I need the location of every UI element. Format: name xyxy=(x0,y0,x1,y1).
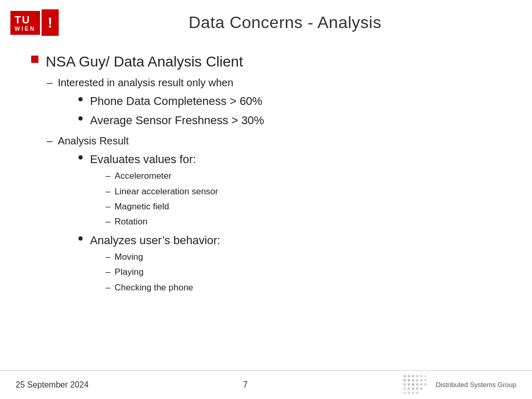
dot-item-2-1-content: Evaluates values for: – Accelerometer – … xyxy=(90,151,218,230)
subdash-list-1: – Accelerometer – Linear acceleration se… xyxy=(105,169,218,229)
dot-item-1-2-text: Average Sensor Freshness > 30% xyxy=(90,112,264,129)
subdash-marker-1-3: – xyxy=(105,200,110,214)
footer-page-number: 7 xyxy=(89,380,402,390)
svg-point-26 xyxy=(416,391,418,394)
subdash-list-2: – Moving – Playing – Checking the phone xyxy=(105,250,220,295)
subdash-marker-1-1: – xyxy=(105,169,110,183)
svg-point-11 xyxy=(424,379,427,381)
footer-logo: Distributed Systems Group xyxy=(402,374,516,397)
footer-date: 25 September 2024 xyxy=(16,380,89,390)
logo: TU WIEN ! xyxy=(10,9,59,36)
svg-point-23 xyxy=(403,391,406,394)
dot-item-2-1: Evaluates values for: – Accelerometer – … xyxy=(78,151,220,230)
svg-point-9 xyxy=(416,379,418,381)
subdash-marker-1-4: – xyxy=(105,215,110,229)
subdash-item-1-3: – Magnetic field xyxy=(105,200,218,214)
subdash-marker-2-1: – xyxy=(105,250,110,264)
dsg-logo-icon xyxy=(402,374,431,397)
footer-logo-text: Distributed Systems Group xyxy=(436,380,516,390)
bullet-l1-marker xyxy=(31,56,38,63)
subdash-marker-2-3: – xyxy=(105,281,110,295)
svg-point-1 xyxy=(407,375,410,377)
svg-point-22 xyxy=(420,387,422,390)
svg-point-19 xyxy=(407,387,410,390)
dot-item-2-2: Analyzes user’s behavior: – Moving – Pla… xyxy=(78,232,220,296)
dash-item-1-content: Interested in analysis result only when … xyxy=(58,75,264,131)
footer: 25 September 2024 7 xyxy=(0,370,532,399)
dot-list-1: Phone Data Completeness > 60% Average Se… xyxy=(78,92,264,129)
dash-item-2-text: Analysis Result xyxy=(58,135,129,147)
dot-marker-1-2 xyxy=(78,116,83,121)
svg-point-8 xyxy=(411,379,414,381)
svg-point-12 xyxy=(403,383,406,385)
main-bullet-text: NSA Guy/ Data Analysis Client xyxy=(46,51,243,72)
dot-item-2-2-text: Analyzes user’s behavior: xyxy=(90,234,220,247)
svg-point-15 xyxy=(416,383,418,385)
subdash-item-2-3-text: Checking the phone xyxy=(115,281,193,295)
header: TU WIEN ! Data Concerns - Analysis xyxy=(0,0,532,41)
svg-point-7 xyxy=(407,379,410,381)
dash-item-1-text: Interested in analysis result only when xyxy=(58,77,233,88)
svg-point-2 xyxy=(411,375,414,377)
subdash-item-1-2-text: Linear acceleration sensor xyxy=(115,184,218,198)
exclaim-logo: ! xyxy=(42,9,59,36)
dash-item-2-content: Analysis Result Evaluates values for: – … xyxy=(58,133,220,297)
subdash-item-2-2-text: Playing xyxy=(115,265,144,279)
svg-point-3 xyxy=(416,375,418,377)
dash-marker-1: – xyxy=(47,75,52,90)
dot-list-2: Evaluates values for: – Accelerometer – … xyxy=(78,151,220,295)
svg-point-14 xyxy=(411,383,414,385)
svg-point-0 xyxy=(403,375,406,377)
tu-logo-top: TU xyxy=(15,14,36,25)
dash-item-1: – Interested in analysis result only whe… xyxy=(47,75,501,131)
svg-point-10 xyxy=(420,379,422,381)
page-title: Data Concerns - Analysis xyxy=(59,13,511,32)
svg-point-21 xyxy=(416,387,418,390)
subdash-item-2-3: – Checking the phone xyxy=(105,281,220,295)
svg-point-13 xyxy=(407,383,410,385)
svg-point-24 xyxy=(407,391,410,394)
subdash-item-2-2: – Playing xyxy=(105,265,220,279)
svg-point-16 xyxy=(420,383,422,385)
subdash-item-1-4: – Rotation xyxy=(105,215,218,229)
subdash-item-1-1: – Accelerometer xyxy=(105,169,218,183)
svg-point-18 xyxy=(403,387,406,390)
subdash-item-1-1-text: Accelerometer xyxy=(115,169,172,183)
subdash-item-1-3-text: Magnetic field xyxy=(115,200,169,214)
main-bullet-item: NSA Guy/ Data Analysis Client xyxy=(31,51,501,72)
subdash-marker-1-2: – xyxy=(105,184,110,198)
svg-point-17 xyxy=(424,383,427,385)
dot-item-1-1-text: Phone Data Completeness > 60% xyxy=(90,92,262,110)
dot-marker-2-1 xyxy=(78,155,83,159)
dot-item-2-2-content: Analyzes user’s behavior: – Moving – Pla… xyxy=(90,232,220,296)
dash-item-2: – Analysis Result Evaluates values for: … xyxy=(47,133,501,297)
dot-item-1-1: Phone Data Completeness > 60% xyxy=(78,92,264,110)
subdash-item-1-2: – Linear acceleration sensor xyxy=(105,184,218,198)
main-content: NSA Guy/ Data Analysis Client – Interest… xyxy=(0,41,532,310)
dash-marker-2: – xyxy=(47,133,52,149)
dot-marker-2-2 xyxy=(78,236,83,241)
dot-item-1-2: Average Sensor Freshness > 30% xyxy=(78,112,264,129)
subdash-item-1-4-text: Rotation xyxy=(115,215,148,229)
subdash-marker-2-2: – xyxy=(105,265,110,279)
dash-list: – Interested in analysis result only whe… xyxy=(47,75,501,297)
svg-point-20 xyxy=(411,387,414,390)
tu-logo-bottom: WIEN xyxy=(15,25,36,32)
subdash-item-2-1: – Moving xyxy=(105,250,220,264)
svg-point-25 xyxy=(411,391,414,394)
dot-item-2-1-text: Evaluates values for: xyxy=(90,153,196,166)
svg-point-4 xyxy=(420,375,422,377)
subdash-item-2-1-text: Moving xyxy=(115,250,143,264)
svg-point-6 xyxy=(403,379,406,381)
svg-point-5 xyxy=(424,375,427,377)
dot-marker-1-1 xyxy=(78,97,83,101)
tu-logo: TU WIEN xyxy=(10,11,40,35)
